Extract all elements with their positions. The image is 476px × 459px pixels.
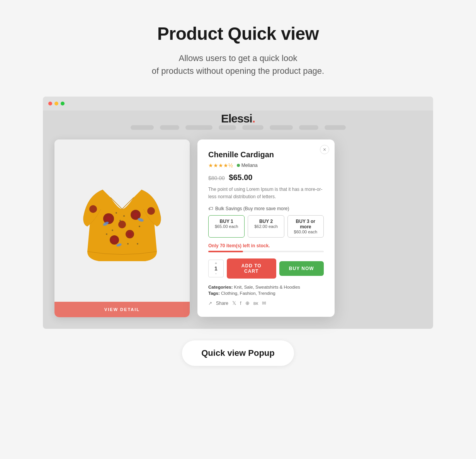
svg-point-7 — [128, 232, 132, 236]
rating-stars: ★★★★½ — [208, 162, 233, 168]
svg-point-11 — [116, 212, 117, 214]
price-sale: $65.00 — [229, 173, 252, 182]
popup-product-title: Chenille Cardigan — [208, 150, 324, 159]
svg-point-12 — [123, 215, 125, 217]
share-row: ↗ Share 𝕏 f ⊕ вк ✉ — [208, 300, 324, 306]
vk-icon[interactable]: вк — [253, 300, 258, 306]
nav-placeholder — [270, 125, 293, 130]
store-header: Elessi. — [54, 112, 422, 130]
svg-point-8 — [118, 221, 126, 228]
quantity-control[interactable]: + 1 - — [208, 260, 224, 277]
price-area: $80.00 $65.00 — [208, 173, 324, 182]
bulk-options[interactable]: BUY 1 $65.00 each BUY 2 $62.00 each BUY … — [208, 215, 324, 238]
share-label: Share — [216, 301, 228, 306]
bulk-option-3-price: $60.00 each — [292, 230, 320, 234]
svg-point-17 — [106, 233, 107, 235]
svg-point-15 — [127, 243, 129, 245]
svg-point-1 — [106, 216, 111, 221]
bulk-savings-header: 🏷 Bulk Savings (Buy more save more) — [208, 206, 324, 211]
categories-line: Categories: Knit, Sale, Sweatshirts & Ho… — [208, 285, 324, 289]
twitter-icon[interactable]: 𝕏 — [232, 300, 236, 306]
svg-point-3 — [133, 212, 138, 217]
buy-now-button[interactable]: BUY NOW — [279, 261, 324, 276]
add-to-cart-button[interactable]: ADD TO CART — [227, 258, 276, 279]
nav-placeholder — [242, 125, 264, 130]
popup-meta: ★★★★½ Meliana — [208, 162, 324, 168]
page-title: Product Quick view — [157, 23, 319, 44]
quick-view-popup: × Chenille Cardigan ★★★★½ Meliana $80.00… — [197, 139, 335, 317]
pinterest-icon[interactable]: ⊕ — [245, 300, 250, 306]
bulk-option-1-label: BUY 1 — [212, 219, 240, 224]
quantity-value: 1 — [214, 265, 218, 272]
quantity-plus-icon[interactable]: + — [215, 262, 217, 265]
svg-point-16 — [139, 226, 140, 227]
bulk-option-3-label: BUY 3 or more — [292, 219, 320, 230]
bulk-option-1[interactable]: BUY 1 $65.00 each — [208, 215, 245, 238]
bulk-option-1-price: $65.00 each — [212, 224, 240, 229]
svg-point-18 — [137, 243, 138, 245]
bulk-option-2-price: $62.00 each — [252, 224, 280, 229]
quantity-minus-icon[interactable]: - — [215, 272, 216, 275]
tags-line: Tags: Clothing, Fashion, Trending — [208, 291, 324, 296]
svg-point-10 — [147, 207, 155, 215]
product-description: The point of using Lorem Ipsum is that i… — [208, 186, 324, 201]
add-to-cart-row: + 1 - ADD TO CART BUY NOW — [208, 258, 324, 279]
nav-placeholder — [219, 125, 236, 130]
content-area: VIEW DETAIL × Chenille Cardigan ★★★★½ Me… — [54, 139, 422, 317]
svg-point-9 — [89, 205, 97, 213]
email-icon[interactable]: ✉ — [262, 300, 266, 306]
brand-dot-icon — [237, 164, 240, 167]
browser-dot-red — [48, 102, 52, 105]
nav-placeholder — [325, 125, 346, 130]
bulk-option-2[interactable]: BUY 2 $62.00 each — [248, 215, 284, 238]
product-image — [80, 159, 165, 282]
browser-dot-yellow — [54, 102, 58, 105]
bulk-option-2-label: BUY 2 — [252, 219, 280, 224]
tag-icon: 🏷 — [208, 206, 213, 211]
browser-dot-green — [61, 102, 65, 105]
bulk-option-3[interactable]: BUY 3 or more $60.00 each — [287, 215, 324, 238]
brand-badge: Meliana — [237, 163, 258, 168]
stock-info: Only 70 item(s) left in stock. — [208, 243, 324, 248]
stock-bar — [208, 251, 324, 252]
popup-label-pill: Quick view Popup — [182, 340, 294, 366]
browser-nav-bar — [43, 97, 433, 110]
svg-point-13 — [119, 220, 121, 221]
popup-close-button[interactable]: × — [320, 145, 329, 154]
page-subtitle: Allows users to get a quick look of prod… — [152, 52, 324, 77]
svg-point-5 — [112, 238, 117, 242]
nav-placeholder — [131, 125, 154, 130]
nav-placeholder — [299, 125, 318, 130]
share-icon: ↗ — [208, 301, 212, 306]
nav-placeholder — [185, 125, 212, 130]
nav-placeholders — [54, 125, 422, 130]
price-original: $80.00 — [208, 175, 225, 181]
view-detail-button[interactable]: VIEW DETAIL — [54, 302, 190, 317]
stock-bar-fill — [208, 251, 243, 252]
browser-mockup: Elessi. — [43, 97, 433, 329]
product-image-card: VIEW DETAIL — [54, 139, 190, 317]
facebook-icon[interactable]: f — [240, 300, 241, 306]
nav-placeholder — [160, 125, 179, 130]
product-image-area — [54, 139, 190, 302]
svg-point-14 — [112, 230, 113, 231]
store-logo: Elessi. — [54, 112, 422, 125]
